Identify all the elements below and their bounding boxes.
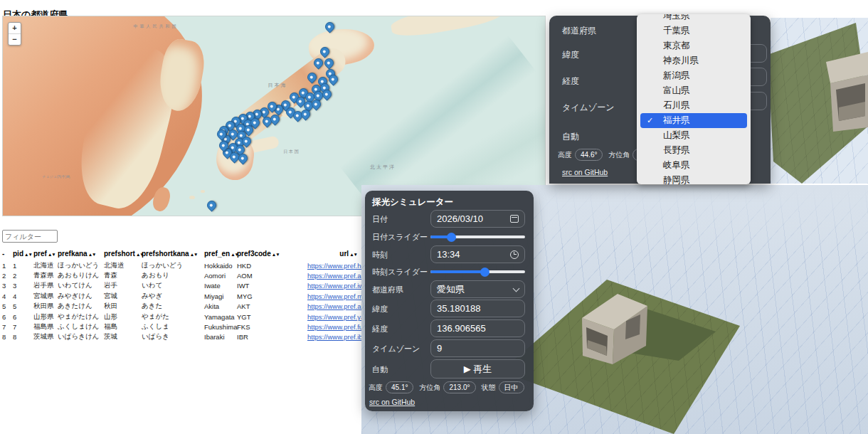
cell-pref: 福島県 xyxy=(33,322,58,332)
sort-icons[interactable]: ▲▼ xyxy=(48,252,55,257)
dropdown-item[interactable]: 東京都 xyxy=(640,38,747,53)
slider-fill xyxy=(430,270,485,273)
dropdown-item[interactable]: 岐阜県 xyxy=(640,158,747,173)
table-column-header[interactable]: prefshortkana▲▼ xyxy=(142,250,204,258)
column-label: url xyxy=(339,250,349,258)
table-column-header[interactable]: url▲▼ xyxy=(307,250,357,258)
github-source-link[interactable]: src on GitHub xyxy=(369,398,415,406)
dropdown-item-label: 富山県 xyxy=(663,85,690,95)
cell-idx: 5 xyxy=(2,302,13,310)
dropdown-item-label: 山梨県 xyxy=(663,130,690,140)
clock-icon[interactable] xyxy=(510,250,519,259)
landmass-island xyxy=(189,196,195,199)
table-column-header[interactable]: pref3code▲▼ xyxy=(237,250,307,258)
sort-icons[interactable]: ▲▼ xyxy=(88,252,96,257)
column-label: prefshortkana xyxy=(142,250,189,258)
dropdown-item[interactable]: ✓ 福井県 xyxy=(640,113,747,128)
cell-prefshort: 山形 xyxy=(104,312,142,322)
table-column-header[interactable]: pref_en▲▼ xyxy=(204,250,237,258)
cell-prefkana: あおもりけん xyxy=(58,271,104,280)
github-source-link[interactable]: src on GitHub xyxy=(562,168,608,176)
zoom-out-button[interactable]: − xyxy=(9,34,21,45)
dropdown-item[interactable]: 神奈川県 xyxy=(640,53,747,68)
map-place-label: 北 太 平 洋 xyxy=(370,164,394,171)
cell-prefshortkana: いわて xyxy=(142,281,204,290)
latitude-input[interactable]: 35.180188 xyxy=(430,300,525,317)
cell-pid: 5 xyxy=(13,302,33,310)
slider-thumb[interactable] xyxy=(480,268,489,277)
cell-pref_en: Akita xyxy=(204,302,237,310)
filter-input[interactable] xyxy=(2,230,58,243)
sort-icons[interactable]: ▲▼ xyxy=(190,252,198,257)
date-slider[interactable] xyxy=(430,232,525,241)
table-row: 88茨城県いばらきけん茨城いばらきIbarakiIBRhttps://www.p… xyxy=(2,332,393,342)
date-input[interactable]: 2026/03/10 xyxy=(430,210,525,228)
cell-pref: 茨城県 xyxy=(33,332,58,342)
cell-pref: 秋田県 xyxy=(33,302,58,311)
cell-pref_en: Fukushima xyxy=(204,323,237,331)
longitude-input[interactable]: 136.906565 xyxy=(430,319,525,337)
dropdown-item[interactable]: 新潟県 xyxy=(640,68,747,83)
table-column-header[interactable]: prefkana▲▼ xyxy=(58,250,104,258)
table-column-header[interactable]: pref▲▼ xyxy=(33,250,58,258)
dropdown-item[interactable]: 石川県 xyxy=(640,98,747,113)
time-slider[interactable] xyxy=(430,267,525,276)
dropdown-item[interactable]: 長野県 xyxy=(640,143,747,158)
simulator-panel: 採光シミュレーター 日付 2026/03/10 日付スライダー 時刻 13:34… xyxy=(365,191,534,411)
panel-title: 採光シミュレーター xyxy=(372,196,453,208)
table-row: 44宮城県みやぎけん宮城みやぎMiyagiMYGhttps://www.pref… xyxy=(2,291,393,301)
sort-icons[interactable]: ▲▼ xyxy=(272,252,280,257)
table-row: 55秋田県あきたけん秋田あきたAkitaAKThttps://www.pref.… xyxy=(2,302,393,312)
table-row: 33岩手県いわてけん岩手いわてIwateIWThttps://www.pref.… xyxy=(2,281,393,291)
cell-idx: 8 xyxy=(2,333,13,341)
longitude-label: 経度 xyxy=(372,324,388,334)
map-place-label: チェジュ(제주)島 xyxy=(43,174,70,179)
map-place-label: 日 本 海 xyxy=(268,82,286,89)
time-input[interactable]: 13:34 xyxy=(430,245,525,263)
table-column-header[interactable]: prefshort▲▼ xyxy=(104,250,142,258)
pref-select[interactable]: 愛知県 xyxy=(430,280,525,298)
table-column-header[interactable]: pid▲▼ xyxy=(13,250,33,258)
dropdown-item[interactable]: 埼玉県 xyxy=(640,14,747,23)
map-marker-pin[interactable] xyxy=(205,199,218,211)
time-label: 時刻 xyxy=(372,250,388,260)
slider-thumb[interactable] xyxy=(447,233,456,242)
timezone-label: タイムゾーン xyxy=(372,344,420,354)
cell-pref: 宮城県 xyxy=(33,292,58,301)
dropdown-item[interactable]: 山梨県 xyxy=(640,128,747,143)
cell-prefshort: 茨城 xyxy=(104,332,142,342)
cell-pref_en: Yamagata xyxy=(204,313,237,321)
prefecture-table: 11北海道ほっかいどう北海道ほっかいどうHokkaidoHKDhttps://w… xyxy=(2,260,393,342)
collapse-toggle[interactable]: - xyxy=(2,250,13,258)
cell-pid: 4 xyxy=(13,292,33,300)
dropdown-item[interactable]: 静岡県 xyxy=(640,173,747,184)
dropdown-item[interactable]: 富山県 xyxy=(640,83,747,98)
zoom-in-button[interactable]: + xyxy=(9,23,21,34)
play-button[interactable]: ▶ 再生 xyxy=(430,359,525,379)
cell-prefkana: あきたけん xyxy=(58,302,104,311)
azimuth-label: 方位角 xyxy=(419,383,440,393)
calendar-icon[interactable] xyxy=(510,215,519,223)
cell-prefkana: いばらきけん xyxy=(58,332,104,342)
cell-prefkana: やまがたけん xyxy=(58,312,104,322)
cell-pref3code: AOM xyxy=(237,272,307,280)
cell-pid: 8 xyxy=(13,333,33,341)
cell-idx: 6 xyxy=(2,313,13,321)
latitude-label: 緯度 xyxy=(562,49,579,61)
cell-idx: 3 xyxy=(2,282,13,290)
auto-label: 自動 xyxy=(562,131,579,143)
scene3d-top-viewport[interactable] xyxy=(771,18,868,184)
dropdown-item[interactable]: 千葉県 xyxy=(640,23,747,38)
cell-prefshort: 宮城 xyxy=(104,292,142,301)
date-slider-label: 日付スライダー xyxy=(372,232,428,243)
timezone-label: タイムゾーン xyxy=(562,102,614,114)
state-label: 状態 xyxy=(482,383,496,393)
column-label: pref xyxy=(33,250,47,258)
column-label: pref_en xyxy=(204,250,230,258)
table-row: 11北海道ほっかいどう北海道ほっかいどうHokkaidoHKDhttps://w… xyxy=(2,260,393,270)
checkmark-icon: ✓ xyxy=(647,113,653,128)
sort-icons[interactable]: ▲▼ xyxy=(24,252,32,257)
landmass-island xyxy=(201,190,205,193)
sort-icons[interactable]: ▲▼ xyxy=(349,252,357,257)
timezone-input[interactable]: 9 xyxy=(430,339,525,357)
